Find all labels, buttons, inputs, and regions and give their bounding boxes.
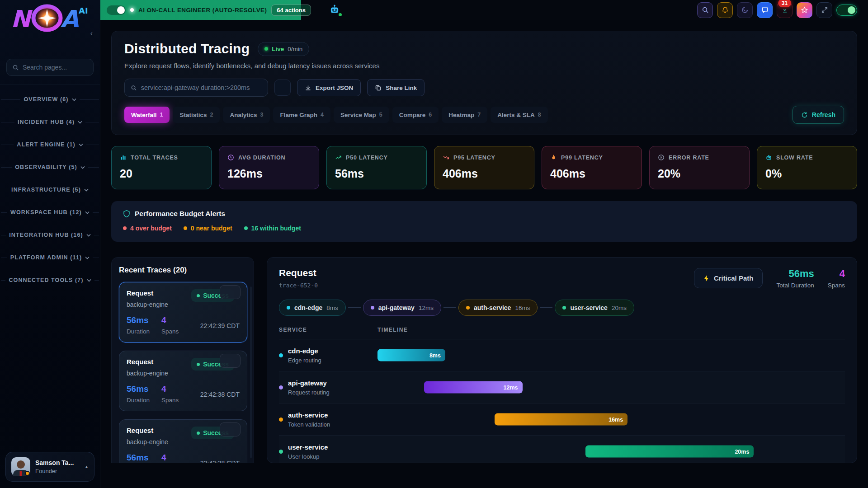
user-role: Founder bbox=[35, 468, 74, 474]
chevron-down-icon bbox=[79, 143, 83, 146]
sidebar-item-incident-hub[interactable]: INCIDENT HUB (4) bbox=[0, 111, 100, 133]
performance-budget-panel: Performance Budget Alerts 4 over budget … bbox=[111, 201, 857, 242]
budget-title: Performance Budget Alerts bbox=[135, 210, 225, 218]
logo-ai-text: AI bbox=[79, 6, 88, 15]
sidebar-item-alert-engine[interactable]: ALERT ENGINE (1) bbox=[0, 133, 100, 156]
chat-button[interactable] bbox=[757, 2, 773, 18]
span-count-stat: 4 Spans bbox=[828, 268, 845, 289]
sidebar-item-infrastructure[interactable]: INFRASTRUCTURE (5) bbox=[0, 178, 100, 201]
trace-timestamp: 22:42:38 CDT bbox=[200, 460, 240, 463]
search-button[interactable] bbox=[697, 2, 713, 18]
x-circle-icon bbox=[658, 154, 665, 161]
refresh-icon bbox=[801, 112, 808, 118]
user-status-dot bbox=[25, 471, 30, 476]
sidebar-search[interactable] bbox=[6, 59, 94, 76]
ai-status-dot bbox=[130, 8, 134, 12]
trace-timestamp: 22:42:39 CDT bbox=[200, 322, 240, 335]
chevron-down-icon bbox=[72, 98, 76, 101]
live-status-badge: Live 0/min bbox=[258, 42, 309, 56]
svg-text:A: A bbox=[61, 5, 79, 33]
stat-error-rate: ERROR RATE 20% bbox=[649, 146, 750, 189]
chip-connector bbox=[540, 307, 552, 308]
dark-mode-button[interactable] bbox=[737, 2, 753, 18]
sidebar-collapse-icon[interactable]: ‹ bbox=[90, 30, 93, 37]
sidebar-item-connected-tools[interactable]: CONNECTED TOOLS (7) bbox=[0, 269, 100, 291]
ai-oncall-toggle[interactable] bbox=[107, 5, 126, 15]
sidebar-item-overview[interactable]: OVERVIEW (6) bbox=[0, 88, 100, 111]
live-dot bbox=[264, 47, 268, 51]
trace-card-hover-button[interactable] bbox=[220, 354, 241, 368]
nova-logo[interactable]: N A AI bbox=[0, 0, 100, 43]
service-chip-cdn-edge[interactable]: cdn-edge8ms bbox=[279, 300, 346, 316]
trace-card[interactable]: Request Success backup-engine 56msDurati… bbox=[119, 351, 247, 411]
bolt-icon bbox=[703, 275, 709, 282]
page-subtitle: Explore request flows, identify bottlene… bbox=[124, 62, 844, 70]
activity-tray-button[interactable]: 31 bbox=[777, 2, 793, 18]
export-json-button[interactable]: Export JSON bbox=[297, 79, 361, 96]
distributed-tracing-app: N A AI ‹ OVERVIEW (6) INCIDENT HUB (4) A… bbox=[0, 0, 868, 488]
ai-assistant-robot-icon[interactable] bbox=[327, 3, 342, 17]
trace-card[interactable]: Request Success backup-engine 56msDurati… bbox=[119, 282, 247, 343]
trace-card-hover-button[interactable] bbox=[220, 422, 241, 436]
notifications-button[interactable] bbox=[717, 2, 733, 18]
moon-icon bbox=[741, 6, 749, 14]
tab-waterfall[interactable]: Waterfall1 bbox=[124, 107, 170, 123]
budget-within: 16 within budget bbox=[244, 225, 301, 232]
span-bar[interactable]: 12ms bbox=[424, 381, 522, 394]
search-icon bbox=[12, 64, 19, 71]
search-icon bbox=[131, 84, 137, 91]
trace-search-input[interactable] bbox=[141, 84, 262, 91]
trace-card-hover-button[interactable] bbox=[220, 285, 241, 299]
span-row-cdn-edge[interactable]: cdn-edgeEdge routing 8ms bbox=[279, 339, 845, 371]
favorites-button[interactable] bbox=[797, 2, 812, 18]
span-row-user-service[interactable]: user-serviceUser lookup 20ms bbox=[279, 436, 845, 463]
main-content: Distributed Tracing Live 0/min Explore r… bbox=[100, 20, 868, 488]
tab-analytics[interactable]: Analytics3 bbox=[223, 107, 270, 123]
tab-flame-graph[interactable]: Flame Graph4 bbox=[273, 107, 330, 123]
stat-total-traces: TOTAL TRACES 20 bbox=[111, 146, 212, 189]
span-row-auth-service[interactable]: auth-serviceToken validation 16ms bbox=[279, 404, 845, 436]
sidebar-item-workspace-hub[interactable]: WORKSPACE HUB (12) bbox=[0, 201, 100, 224]
tab-alerts-sla[interactable]: Alerts & SLA8 bbox=[491, 107, 547, 123]
topbar: AI ON-CALL ENGINEER (AUTO-RESOLVE) 64 ac… bbox=[100, 0, 868, 20]
span-row-api-gateway[interactable]: api-gatewayRequest routing 12ms bbox=[279, 371, 845, 404]
total-duration-stat: 56ms Total Duration bbox=[776, 268, 814, 289]
sidebar-item-observability[interactable]: OBSERVABILITY (5) bbox=[0, 156, 100, 178]
sidebar-item-integration-hub[interactable]: INTEGRATION HUB (16) bbox=[0, 224, 100, 246]
ai-actions-badge: 64 actions bbox=[271, 5, 311, 16]
service-chips: cdn-edge8ms api-gateway12ms auth-service… bbox=[279, 300, 845, 316]
sidebar-item-platform-admin[interactable]: PLATFORM ADMIN (11) bbox=[0, 246, 100, 269]
budget-near: 0 near budget bbox=[184, 225, 232, 232]
chat-bubble-icon bbox=[761, 6, 769, 14]
tab-service-map[interactable]: Service Map5 bbox=[334, 107, 389, 123]
detail-title: Request bbox=[279, 267, 318, 278]
avatar bbox=[11, 457, 30, 476]
service-chip-user-service[interactable]: user-service20ms bbox=[555, 300, 634, 316]
theme-toggle[interactable] bbox=[836, 5, 857, 16]
share-link-button[interactable]: Share Link bbox=[367, 79, 425, 96]
trace-search[interactable] bbox=[124, 79, 268, 97]
sidebar-search-input[interactable] bbox=[23, 64, 88, 71]
trace-id: trace-652-0 bbox=[279, 282, 318, 289]
tray-icon bbox=[781, 6, 788, 14]
service-chip-auth-service[interactable]: auth-service16ms bbox=[458, 300, 538, 316]
bar-chart-icon bbox=[120, 154, 127, 161]
scrollbar[interactable] bbox=[250, 286, 252, 458]
user-profile[interactable]: Samson Ta... Founder ▲ bbox=[5, 452, 94, 482]
chevron-down-icon bbox=[80, 166, 85, 169]
trace-card[interactable]: Request Success backup-engine 56msDurati… bbox=[119, 419, 247, 463]
tab-statistics[interactable]: Statistics2 bbox=[173, 107, 220, 123]
critical-path-button[interactable]: Critical Path bbox=[694, 268, 763, 288]
filter-toggle-box[interactable] bbox=[274, 80, 291, 96]
tab-compare[interactable]: Compare6 bbox=[392, 107, 439, 123]
span-bar[interactable]: 16ms bbox=[495, 413, 628, 426]
span-bar[interactable]: 8ms bbox=[377, 349, 445, 361]
budget-over: 4 over budget bbox=[123, 225, 172, 232]
tab-heatmap[interactable]: Heatmap7 bbox=[442, 107, 487, 123]
refresh-button[interactable]: Refresh bbox=[793, 106, 844, 124]
user-name: Samson Ta... bbox=[35, 459, 74, 466]
service-chip-api-gateway[interactable]: api-gateway12ms bbox=[363, 300, 441, 316]
span-bar[interactable]: 20ms bbox=[585, 446, 754, 458]
chip-connector bbox=[443, 307, 456, 308]
fullscreen-button[interactable] bbox=[816, 2, 832, 18]
